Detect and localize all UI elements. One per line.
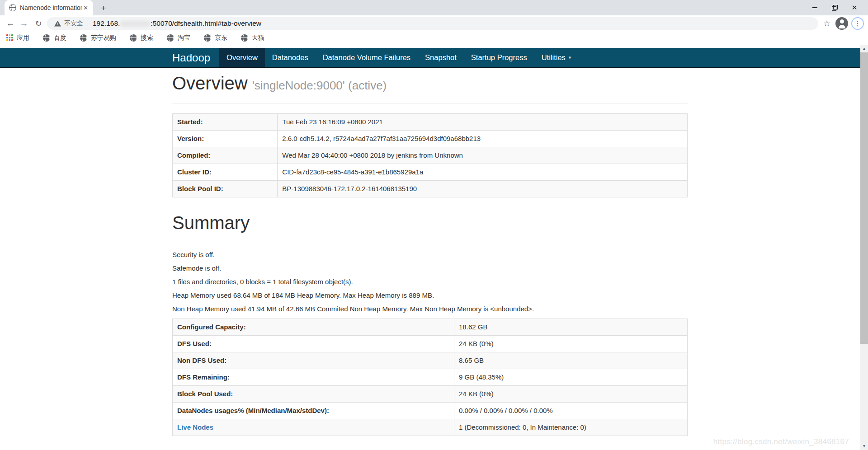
tab-startup-progress[interactable]: Startup Progress [464,48,534,67]
summary-text: Security is off. Safemode is off. 1 file… [172,250,688,314]
row-label: Block Pool Used: [173,386,454,403]
row-label: Started: [173,114,278,131]
tab-close-icon[interactable]: ✕ [82,5,90,11]
tab-datanode-volume-failures[interactable]: Datanode Volume Failures [316,48,418,67]
bookmark-baidu[interactable]: 百度 [43,34,66,42]
reload-icon[interactable]: ↻ [32,15,45,32]
row-value: 8.65 GB [454,352,688,369]
bookmark-label: 百度 [54,34,66,42]
bookmark-search[interactable]: 搜索 [130,34,153,42]
table-row: DFS Remaining: 9 GB (48.35%) [173,369,688,386]
browser-menu-icon[interactable]: ⋮ [851,17,864,30]
overview-title: Overview [172,73,248,93]
table-row: Configured Capacity: 18.62 GB [173,319,688,336]
profile-avatar[interactable] [835,17,848,30]
back-icon[interactable]: ← [4,15,17,32]
page-scrollbar[interactable]: ▲ ▼ [860,45,868,450]
not-secure-warning-icon[interactable]: ! [54,21,61,27]
globe-icon [167,34,174,42]
scrollbar-down-icon[interactable]: ▼ [860,442,868,450]
address-bar: ← → ↻ ! 不安全 192.168.:50070/dfshealth.htm… [0,15,868,32]
tab-snapshot[interactable]: Snapshot [418,48,464,67]
tab-title: Namenode information [20,4,82,11]
window-close-button[interactable]: ✕ [844,0,864,15]
summary-title: Summary [172,213,688,233]
summary-line: Heap Memory used 68.64 MB of 184 MB Heap… [172,291,688,300]
tab-utilities[interactable]: Utilities ▾ [534,48,579,67]
summary-line: Safemode is off. [172,264,688,273]
row-label: DFS Used: [173,336,454,352]
summary-line: Security is off. [172,250,688,259]
live-nodes-link[interactable]: Live Nodes [177,423,213,431]
bookmark-label: 应用 [17,34,29,42]
bookmark-star-icon[interactable]: ☆ [821,15,833,32]
row-value: 2.6.0-cdh5.14.2, r5724a4ad7a27f7af31aa72… [278,131,688,147]
security-label: 不安全 [64,19,83,28]
globe-icon [130,34,137,42]
table-row: Compiled: Wed Mar 28 04:40:00 +0800 2018… [173,147,688,164]
bookmark-taobao[interactable]: 淘宝 [167,34,190,42]
url-omnibox[interactable]: ! 不安全 192.168.:50070/dfshealth.html#tab-… [47,17,818,30]
summary-line: 1 files and directories, 0 blocks = 1 to… [172,277,688,286]
new-tab-button[interactable]: + [98,2,109,14]
row-value: 24 KB (0%) [454,386,688,403]
row-label: Cluster ID: [173,164,278,181]
url-suffix: :50070/dfshealth.html#tab-overview [151,19,261,28]
content-container: Overview'singleNode:9000' (active) Start… [172,73,688,436]
bookmark-label: 苏宁易购 [91,34,116,42]
row-label: Non DFS Used: [173,352,454,369]
tab-datanodes[interactable]: Datanodes [265,48,316,67]
apps-grid-icon [6,34,13,41]
bookmark-apps[interactable]: 应用 [6,34,29,42]
table-row: Block Pool ID: BP-1309883046-172.17.0.2-… [173,181,688,197]
bookmark-jd[interactable]: 京东 [204,34,227,42]
table-row: Cluster ID: CID-fa7d23c8-ce95-4845-a391-… [173,164,688,181]
tab-overview[interactable]: Overview [219,48,265,67]
bookmark-label: 淘宝 [178,34,190,42]
scrollbar-thumb[interactable] [860,52,868,344]
bookmark-label: 京东 [215,34,227,42]
window-minimize-button[interactable] [805,0,825,15]
url-redacted-segment [120,21,150,27]
scrollbar-up-icon[interactable]: ▲ [860,45,868,52]
hadoop-navbar: Hadoop Overview Datanodes Datanode Volum… [0,48,860,68]
overview-subtitle: 'singleNode:9000' (active) [252,79,387,92]
section-divider [172,241,688,241]
window-restore-button[interactable] [825,0,844,15]
bookmark-tmall[interactable]: 天猫 [241,34,264,42]
csdn-watermark: https://blog.csdn.net/weixin_38468167 [713,437,849,446]
chevron-down-icon: ▾ [569,55,571,61]
row-value: BP-1309883046-172.17.0.2-1614068135190 [278,181,688,197]
globe-icon [80,34,87,42]
url-text: 192.168.:50070/dfshealth.html#tab-overvi… [93,19,261,28]
table-row: DFS Used: 24 KB (0%) [173,336,688,352]
tab-utilities-label: Utilities [542,53,566,62]
url-prefix: 192.168. [93,19,120,28]
row-label: Configured Capacity: [173,319,454,336]
omnibox-divider [88,20,88,27]
row-label: Compiled: [173,147,278,164]
row-value: Tue Feb 23 16:16:09 +0800 2021 [278,114,688,131]
bookmarks-bar: 应用 百度 苏宁易购 搜索 淘宝 京东 天猫 [0,32,868,44]
browser-tab[interactable]: Namenode information ✕ [5,0,93,15]
table-row: Block Pool Used: 24 KB (0%) [173,386,688,403]
row-value: 0.00% / 0.00% / 0.00% / 0.00% [454,403,688,419]
row-label: Version: [173,131,278,147]
section-divider [172,103,688,104]
table-row: Version: 2.6.0-cdh5.14.2, r5724a4ad7a27f… [173,131,688,147]
globe-icon [43,34,50,42]
hadoop-brand[interactable]: Hadoop [172,48,219,67]
cluster-metrics-table: Configured Capacity: 18.62 GB DFS Used: … [172,319,688,436]
summary-line: Non Heap Memory used 41.94 MB of 42.66 M… [172,305,688,314]
globe-icon [204,34,211,42]
row-label: DataNodes usages% (Min/Median/Max/stdDev… [173,403,454,419]
bookmark-suning[interactable]: 苏宁易购 [80,34,116,42]
table-row: Non DFS Used: 8.65 GB [173,352,688,369]
row-value: 18.62 GB [454,319,688,336]
bookmark-label: 搜索 [141,34,153,42]
page-title: Overview'singleNode:9000' (active) [172,73,688,95]
forward-icon[interactable]: → [17,15,31,32]
table-row: Started: Tue Feb 23 16:16:09 +0800 2021 [173,114,688,131]
row-value: Wed Mar 28 04:40:00 +0800 2018 by jenkin… [278,147,688,164]
page-favicon-globe-icon [9,4,16,11]
